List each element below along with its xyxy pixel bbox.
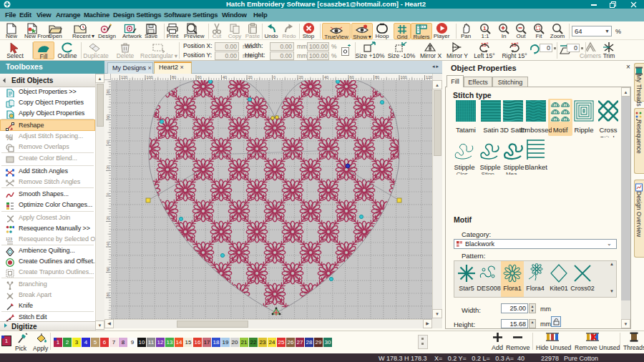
svg-text:20: 20 (248, 75, 253, 79)
svg-text:40: 40 (324, 75, 328, 79)
svg-text:20: 20 (106, 216, 110, 220)
svg-text:120: 120 (426, 75, 432, 79)
svg-text:120: 120 (121, 75, 127, 79)
svg-text:80: 80 (172, 75, 176, 79)
svg-text:%: % (6, 134, 12, 142)
svg-text:20: 20 (106, 165, 110, 170)
svg-text:40: 40 (106, 140, 110, 144)
svg-text:60: 60 (197, 75, 202, 79)
svg-text:0: 0 (106, 192, 110, 195)
svg-text:40: 40 (223, 75, 227, 79)
svg-text:80: 80 (106, 89, 110, 93)
svg-text:123: 123 (6, 237, 12, 241)
svg-text:100: 100 (401, 75, 407, 79)
svg-text:80: 80 (375, 75, 379, 79)
svg-text:80: 80 (106, 292, 110, 296)
svg-text:40: 40 (106, 241, 110, 245)
svg-text:100: 100 (147, 75, 153, 79)
svg-text:60: 60 (350, 75, 354, 79)
svg-text:0: 0 (273, 75, 275, 79)
svg-text:60: 60 (106, 114, 110, 119)
svg-text:60: 60 (106, 267, 110, 271)
svg-text:20: 20 (299, 75, 303, 79)
svg-text:1: 1 (483, 25, 487, 31)
